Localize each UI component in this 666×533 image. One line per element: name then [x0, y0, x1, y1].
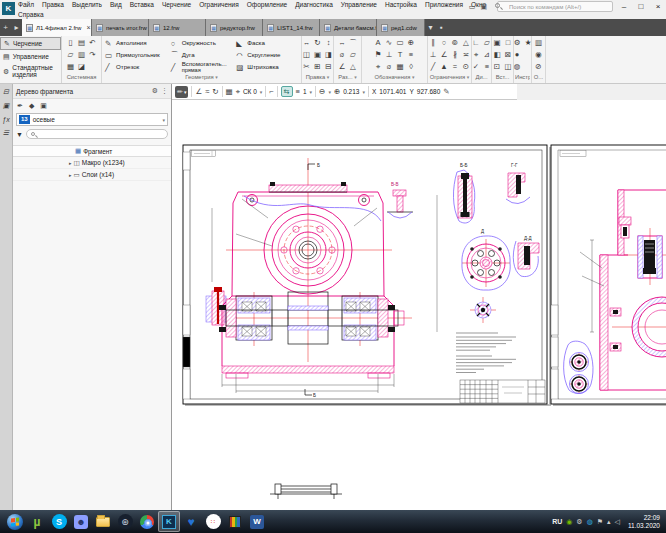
- coordinate-system-select[interactable]: СК 0: [243, 88, 257, 95]
- menu-help[interactable]: Справка: [18, 11, 44, 18]
- menu-settings[interactable]: Настройка: [385, 1, 417, 8]
- menu-edit[interactable]: Правка: [42, 1, 64, 8]
- minimize-button[interactable]: –: [618, 2, 630, 11]
- flag-tray-icon[interactable]: ⚑: [597, 518, 603, 526]
- tool-segment[interactable]: ╱ Отрезок: [103, 61, 169, 73]
- notation-icon[interactable]: ⊥: [384, 49, 395, 61]
- steam-taskbar-icon[interactable]: ⊛: [114, 511, 136, 532]
- edit-icon[interactable]: ↻: [312, 37, 323, 49]
- notation-icon[interactable]: ▭: [395, 37, 406, 49]
- edit-icon[interactable]: ◫: [301, 49, 312, 61]
- notation-icon[interactable]: ∿: [384, 37, 395, 49]
- insert-icon[interactable]: ◧: [492, 49, 503, 61]
- mode-tab-drawing[interactable]: ✎ Черчение: [0, 37, 61, 50]
- menu-draw[interactable]: Черчение: [162, 1, 191, 8]
- edit-icon[interactable]: ↕: [323, 37, 334, 49]
- command-search-input[interactable]: [497, 1, 613, 12]
- snap-angle-icon[interactable]: ∠: [195, 87, 202, 96]
- dimension-icon[interactable]: ⌒: [348, 37, 359, 49]
- constraint-icon[interactable]: =: [450, 61, 461, 73]
- constraint-icon[interactable]: ∠: [439, 49, 450, 61]
- word-taskbar-icon[interactable]: W: [246, 511, 268, 532]
- app-icon[interactable]: K: [2, 2, 15, 15]
- notation-icon[interactable]: ⊕: [406, 37, 417, 49]
- tree-node-macro[interactable]: ▸ ◫ Макро (x1234): [13, 157, 171, 169]
- zoom-in-icon[interactable]: ⊕: [334, 87, 340, 96]
- variables-panel-icon[interactable]: ƒx: [2, 116, 9, 123]
- edit-pencil-icon[interactable]: ✎: [443, 87, 449, 96]
- expand-arrow-icon[interactable]: ▸: [69, 160, 72, 166]
- constraint-icon[interactable]: ▲: [439, 61, 450, 73]
- diagnostics-icon[interactable]: ∟: [471, 37, 482, 49]
- edit-icon[interactable]: ⊞: [312, 61, 323, 73]
- menu-format[interactable]: Оформление: [247, 1, 287, 8]
- document-tab[interactable]: ▦ редуктор.frw: [206, 19, 263, 36]
- antivirus-tray-icon[interactable]: ◍: [587, 518, 593, 526]
- tree-root-fragment[interactable]: ▦ Фрагмент: [13, 145, 171, 157]
- menu-file[interactable]: Файл: [18, 1, 34, 8]
- tree-search-input[interactable]: [26, 129, 168, 139]
- snap-nearest-icon[interactable]: ≈: [205, 87, 209, 96]
- notation-icon[interactable]: ⚑: [373, 49, 384, 61]
- sport-app-taskbar-icon[interactable]: ∷: [202, 511, 224, 532]
- constraint-icon[interactable]: ╱: [428, 61, 439, 73]
- diagnostics-icon[interactable]: ⌖: [471, 49, 482, 61]
- menu-manage[interactable]: Управление: [341, 1, 377, 8]
- tab-scroll-button[interactable]: ▸: [11, 19, 22, 36]
- settings-tray-icon[interactable]: ⚙: [576, 518, 582, 526]
- dimension-icon[interactable]: ▱: [348, 49, 359, 61]
- tools-icon[interactable]: ◍: [512, 61, 523, 73]
- diagnostics-icon[interactable]: ✓: [471, 61, 482, 73]
- kompas-taskbar-icon[interactable]: K: [158, 511, 180, 532]
- discord-taskbar-icon[interactable]: ☻: [70, 511, 92, 532]
- constraint-icon[interactable]: ⊥: [428, 49, 439, 61]
- tool-rectangle[interactable]: ▭ Прямоугольник: [103, 49, 169, 61]
- notation-icon[interactable]: A: [373, 37, 384, 49]
- document-tab[interactable]: ▦ ред1.cdw: [377, 19, 425, 36]
- preview-icon[interactable]: ▥: [76, 49, 87, 61]
- document-tab[interactable]: ▦ Л1.4финал 2.frw ×: [22, 19, 92, 36]
- draw-mode-button[interactable]: ✏ ▾: [175, 86, 188, 98]
- mode-tab-management[interactable]: ▤ Управление: [0, 50, 61, 63]
- menu-insert[interactable]: Вставка: [130, 1, 154, 8]
- volume-tray-icon[interactable]: ◁: [615, 518, 620, 526]
- constraint-icon[interactable]: ○: [439, 37, 450, 49]
- tool-chamfer[interactable]: ◣ Фаска: [234, 37, 300, 49]
- edit-icon[interactable]: ✂: [301, 61, 312, 73]
- gear-icon[interactable]: ⚙: [152, 87, 158, 95]
- tool-autoline[interactable]: ✎ Автолиния: [103, 37, 169, 49]
- drawing-canvas[interactable]: Б: [172, 100, 666, 510]
- tool-hatch[interactable]: ▨ Штриховка: [234, 61, 300, 73]
- mode-tab-standard-parts[interactable]: ⚙ Стандартные изделия: [0, 63, 61, 79]
- nvidia-tray-icon[interactable]: ◉: [566, 518, 572, 526]
- image-tool-icon[interactable]: ▣: [40, 102, 47, 110]
- menu-diagnostics[interactable]: Диагностика: [295, 1, 333, 8]
- constraint-icon[interactable]: ∦: [450, 49, 461, 61]
- language-indicator[interactable]: RU: [552, 518, 562, 525]
- notation-icon[interactable]: ≡: [406, 49, 417, 61]
- tool-arc[interactable]: ⌒ Дуга: [169, 49, 235, 61]
- insert-icon[interactable]: ▣: [492, 37, 503, 49]
- tab-close-icon[interactable]: ×: [86, 24, 90, 31]
- snap-rotate-icon[interactable]: ↻: [212, 87, 218, 96]
- menu-constraints[interactable]: Ограничения: [199, 1, 239, 8]
- other-icon[interactable]: ◉: [533, 49, 544, 61]
- heart-app-taskbar-icon[interactable]: ♥: [180, 511, 202, 532]
- explorer-taskbar-icon[interactable]: [92, 511, 114, 532]
- notation-icon[interactable]: ⌀: [384, 61, 395, 73]
- close-button[interactable]: ×: [652, 2, 664, 11]
- expand-arrow-icon[interactable]: ▸: [69, 172, 72, 178]
- network-tray-icon[interactable]: ▴: [607, 518, 611, 526]
- screen-icon[interactable]: ▣: [480, 3, 487, 11]
- restore-button[interactable]: □: [635, 2, 647, 11]
- document-tab[interactable]: ▦ 12.frw: [149, 19, 206, 36]
- menu-apps[interactable]: Приложения: [425, 1, 463, 8]
- menu-panel-icon[interactable]: ☰: [3, 129, 9, 137]
- notation-icon[interactable]: T: [395, 49, 406, 61]
- tab-menu-button[interactable]: ▾: [425, 19, 436, 36]
- other-icon[interactable]: ⊘: [533, 61, 544, 73]
- chrome-taskbar-icon[interactable]: [136, 511, 158, 532]
- properties-panel-icon[interactable]: ▣: [3, 102, 10, 110]
- save-icon[interactable]: ▦: [65, 61, 76, 73]
- window-layout-icon[interactable]: ▭: [469, 3, 476, 11]
